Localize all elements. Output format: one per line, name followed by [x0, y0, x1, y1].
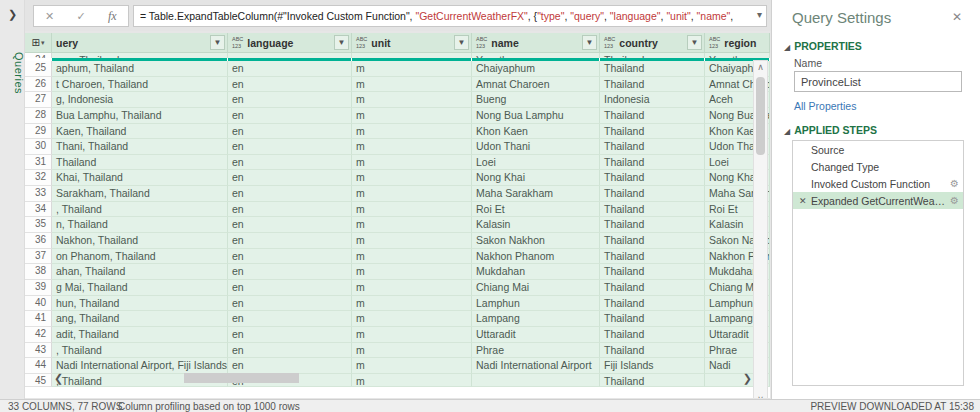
row-number[interactable]: 30	[25, 139, 52, 155]
query-name-input[interactable]	[794, 71, 962, 92]
table-row[interactable]: 38ahan, ThailandenmMukdahanThailandMukda…	[25, 264, 770, 280]
table-row[interactable]: 43, ThailandenmPhraeThailandPhrae	[25, 343, 770, 359]
scroll-right-icon[interactable]: ❯	[743, 372, 752, 385]
table-cell[interactable]: m	[352, 155, 472, 171]
table-cell[interactable]: m	[352, 61, 472, 77]
table-cell[interactable]: en	[228, 343, 352, 359]
queries-pane-label[interactable]: Queries	[0, 52, 25, 94]
table-cell[interactable]: Nakhon, Thailand	[52, 233, 228, 249]
table-cell[interactable]: Thailand	[600, 170, 705, 186]
applied-step-changed-type[interactable]: ✕Changed Type	[793, 158, 963, 175]
row-number[interactable]: 45	[25, 374, 52, 387]
table-cell[interactable]: Thailand	[600, 202, 705, 218]
table-cell[interactable]: , Thailand	[52, 202, 228, 218]
row-number[interactable]: 29	[25, 124, 52, 140]
table-cell[interactable]: Uttaradit	[472, 327, 600, 343]
table-cell[interactable]: en	[228, 170, 352, 186]
table-row[interactable]: 31ThailandenmLoeiThailandLoei	[25, 155, 770, 171]
table-cell[interactable]: m	[352, 124, 472, 140]
table-cell[interactable]: m	[352, 280, 472, 296]
table-cell[interactable]: en	[228, 202, 352, 218]
table-cell[interactable]: Thailand	[52, 155, 228, 171]
table-row[interactable]: 37on Phanom, ThailandenmNakhon PhanomTha…	[25, 249, 770, 265]
table-cell[interactable]: Kalasin	[472, 217, 600, 233]
profiling-status[interactable]: Column profiling based on top 1000 rows	[118, 401, 300, 412]
table-cell[interactable]: m	[352, 92, 472, 108]
table-cell[interactable]: en	[228, 92, 352, 108]
table-cell[interactable]: Thailand	[600, 296, 705, 312]
select-all-corner-button[interactable]: ⊞▾	[25, 33, 52, 53]
table-row[interactable]: 28Bua Lamphu, ThailandenmNong Bua Lamphu…	[25, 108, 770, 124]
row-number[interactable]: 33	[25, 186, 52, 202]
table-cell[interactable]: hun, Thailand	[52, 296, 228, 312]
cancel-formula-icon[interactable]: ✕	[34, 10, 65, 23]
table-cell[interactable]: en	[228, 249, 352, 265]
formula-input[interactable]: = Table.ExpandTableColumn(#"Invoked Cust…	[133, 5, 767, 27]
row-number[interactable]: 32	[25, 170, 52, 186]
table-cell[interactable]: Lamphun	[472, 296, 600, 312]
table-cell[interactable]: m	[352, 264, 472, 280]
fx-icon[interactable]: fx	[97, 9, 128, 24]
table-cell[interactable]: Bueng	[472, 92, 600, 108]
table-cell[interactable]: Mukdahan	[472, 264, 600, 280]
table-cell[interactable]: Amnat Charoen	[472, 77, 600, 93]
accept-formula-icon[interactable]: ✓	[65, 10, 96, 23]
table-cell[interactable]: m	[352, 296, 472, 312]
delete-step-icon[interactable]: ✕	[799, 196, 811, 206]
all-properties-link[interactable]: All Properties	[794, 100, 856, 112]
row-number[interactable]: 26	[25, 77, 52, 93]
table-cell[interactable]: Thailand	[600, 155, 705, 171]
filter-dropdown-icon[interactable]: ▼	[687, 35, 702, 50]
table-cell[interactable]: Nong Khai	[472, 170, 600, 186]
column-header-language[interactable]: ABC 123language▼	[228, 33, 352, 53]
expand-queries-pane-icon[interactable]: ❯	[0, 8, 25, 21]
horizontal-scrollbar-thumb[interactable]	[184, 373, 299, 383]
table-cell[interactable]: Phrae	[472, 343, 600, 359]
table-cell[interactable]: m	[352, 233, 472, 249]
vertical-scrollbar[interactable]: ∧ ∨	[753, 60, 768, 398]
table-cell[interactable]: Bua Lamphu, Thailand	[52, 108, 228, 124]
table-row[interactable]: 35n, ThailandenmKalasinThailandKalasin	[25, 217, 770, 233]
column-header-country[interactable]: ABC 123country▼	[600, 33, 705, 53]
table-cell[interactable]: Thailand	[600, 264, 705, 280]
table-cell[interactable]: m	[352, 202, 472, 218]
table-cell[interactable]: Udon Thani	[472, 139, 600, 155]
gear-icon[interactable]: ⚙	[950, 178, 959, 189]
table-cell[interactable]: Chaiyaphum	[472, 61, 600, 77]
table-row[interactable]: 29Kaen, ThailandenmKhon KaenThailandKhon…	[25, 124, 770, 140]
table-cell[interactable]: m	[352, 77, 472, 93]
row-number[interactable]: 41	[25, 311, 52, 327]
applied-step-invoked-custom-function[interactable]: ✕Invoked Custom Function⚙	[793, 175, 963, 192]
table-cell[interactable]: en	[228, 327, 352, 343]
table-cell[interactable]: m	[352, 108, 472, 124]
table-cell[interactable]: en	[228, 155, 352, 171]
scroll-up-icon[interactable]: ∧	[754, 62, 767, 72]
table-cell[interactable]: Kaen, Thailand	[52, 124, 228, 140]
applied-steps-section-header[interactable]: ◢APPLIED STEPS	[784, 124, 877, 136]
table-cell[interactable]: en	[228, 108, 352, 124]
row-number[interactable]: 43	[25, 343, 52, 359]
column-header-unit[interactable]: ABC 123unit▼	[352, 33, 472, 53]
table-cell[interactable]: Thailand	[600, 77, 705, 93]
table-cell[interactable]: Sarakham, Thailand	[52, 186, 228, 202]
row-number[interactable]: 38	[25, 264, 52, 280]
row-number[interactable]: 34	[25, 202, 52, 218]
table-row[interactable]: 26t Charoen, ThailandenmAmnat CharoenTha…	[25, 77, 770, 93]
row-number[interactable]: 31	[25, 155, 52, 171]
table-cell[interactable]: Roi Et	[472, 202, 600, 218]
table-cell[interactable]: Lampang	[472, 311, 600, 327]
scroll-left-icon[interactable]: ❮	[54, 372, 63, 385]
table-cell[interactable]: ang, Thailand	[52, 311, 228, 327]
table-cell[interactable]: g, Indonesia	[52, 92, 228, 108]
table-cell[interactable]: en	[228, 311, 352, 327]
close-panel-icon[interactable]: ✕	[952, 10, 962, 24]
row-number[interactable]: 35	[25, 217, 52, 233]
table-cell[interactable]: Thailand	[600, 124, 705, 140]
table-row[interactable]: 30Thani, ThailandenmUdon ThaniThailandUd…	[25, 139, 770, 155]
filter-dropdown-icon[interactable]: ▼	[454, 35, 469, 50]
table-cell[interactable]: en	[228, 124, 352, 140]
row-number[interactable]: 27	[25, 92, 52, 108]
table-cell[interactable]: en	[228, 264, 352, 280]
row-number[interactable]: 42	[25, 327, 52, 343]
table-cell[interactable]: en	[228, 186, 352, 202]
